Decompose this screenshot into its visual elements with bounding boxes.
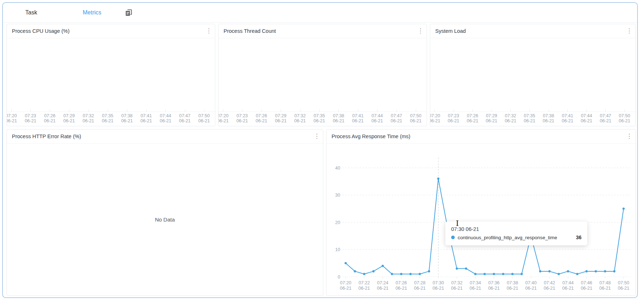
x-axis-tick-label: 07:2006-21 — [219, 113, 232, 123]
x-axis-tick — [319, 109, 320, 111]
empty-chart-area[interactable]: 07:2006-2107:2306-2107:2606-2107:2906-21… — [219, 38, 427, 126]
text-cursor-icon: I — [456, 220, 459, 227]
data-point[interactable] — [391, 273, 393, 275]
data-point[interactable] — [604, 270, 606, 272]
x-axis-tick-label: 07:4706-21 — [387, 113, 406, 123]
y-axis-tick-label: 30 — [335, 193, 340, 198]
data-point[interactable] — [548, 270, 550, 272]
x-axis-tick-label: 07:4706-21 — [596, 113, 615, 123]
x-axis-tick — [549, 109, 549, 111]
panel-menu-icon[interactable]: ⋮ — [625, 27, 633, 35]
data-point[interactable] — [484, 273, 486, 275]
tab-metrics[interactable]: Metrics — [83, 3, 101, 22]
panel-title: Process Thread Count — [224, 24, 276, 38]
x-axis-tick-label: 07:2206-21 — [358, 280, 370, 291]
x-axis-tick-label: 07:2906-21 — [60, 113, 78, 123]
y-axis-tick-label: 40 — [335, 166, 340, 171]
data-point[interactable] — [567, 270, 569, 272]
x-axis-tick-label: 07:3406-21 — [470, 280, 481, 291]
x-axis-tick — [223, 109, 223, 111]
data-point[interactable] — [539, 270, 541, 272]
tab-task[interactable]: Task — [25, 3, 37, 22]
x-axis-tick — [492, 109, 492, 111]
data-point[interactable] — [363, 273, 365, 275]
panel-system-load: System Load ⋮ 07:2006-2107:2306-2107:260… — [430, 24, 636, 126]
x-axis-tick — [127, 109, 127, 111]
data-point[interactable] — [576, 273, 578, 275]
data-point[interactable] — [493, 273, 495, 275]
data-point[interactable] — [400, 273, 402, 275]
x-axis-tick-label: 07:3806-21 — [539, 113, 558, 123]
x-axis-tick-label: 07:3806-21 — [329, 113, 348, 123]
tab-bar: Task Metrics — [3, 3, 637, 23]
data-point[interactable] — [409, 273, 411, 275]
data-point[interactable] — [558, 273, 560, 275]
x-axis-tick-label: 07:3006-21 — [433, 280, 444, 291]
data-point[interactable] — [345, 262, 347, 264]
x-axis-tick-label: 07:3806-21 — [117, 113, 136, 123]
panel-process-thread-count: Process Thread Count ⋮ 07:2006-2107:2306… — [218, 24, 427, 126]
x-axis-tick — [605, 109, 606, 111]
x-axis-tick-label: 07:4406-21 — [156, 113, 175, 123]
empty-chart-area[interactable]: 07:2006-2107:2306-2107:2606-2107:2906-21… — [7, 38, 215, 126]
data-point[interactable] — [474, 273, 476, 275]
x-axis-tick — [530, 109, 530, 111]
data-point[interactable] — [585, 270, 588, 272]
data-point[interactable] — [456, 267, 458, 270]
chart-tooltip: 07:30 06-21 continuous_profiling_http_av… — [445, 222, 587, 245]
data-point[interactable] — [502, 273, 504, 275]
x-axis-tick-label: 07:2606-21 — [463, 113, 482, 123]
dashboard-card: Task Metrics Process CPU Usage (%) ⋮ 07:… — [2, 2, 638, 298]
data-point[interactable] — [520, 273, 523, 275]
x-axis-tick — [472, 109, 473, 111]
data-point[interactable] — [372, 270, 375, 272]
data-point[interactable] — [511, 273, 514, 275]
data-point[interactable] — [354, 270, 356, 272]
panel-menu-icon[interactable]: ⋮ — [416, 27, 424, 35]
screen: Task Metrics Process CPU Usage (%) ⋮ 07:… — [0, 0, 644, 302]
data-point[interactable] — [465, 267, 467, 270]
x-axis-tick — [624, 109, 625, 111]
data-point[interactable] — [622, 207, 624, 210]
x-axis-tick — [358, 109, 358, 111]
data-point[interactable] — [613, 270, 615, 272]
empty-chart-area[interactable]: 07:2006-2107:2306-2107:2606-2107:2906-21… — [430, 38, 635, 126]
x-axis-tick-label: 07:2606-21 — [396, 280, 407, 291]
x-axis-tick — [510, 109, 511, 111]
x-axis-tick-label: 07:2606-21 — [40, 113, 59, 123]
panel-header: Process HTTP Error Rate (%) ⋮ — [7, 130, 323, 144]
panel-menu-icon[interactable]: ⋮ — [205, 27, 213, 35]
x-axis-tick — [567, 109, 568, 111]
x-axis-tick-label: 07:3506-21 — [520, 113, 539, 123]
x-axis-tick-label: 07:3606-21 — [488, 280, 500, 291]
panel-title: System Load — [435, 24, 466, 38]
x-axis-tick-label: 07:2806-21 — [414, 280, 425, 291]
x-axis-tick-label: 07:2306-21 — [233, 113, 251, 123]
x-axis-line — [430, 111, 635, 112]
x-axis-tick — [377, 109, 377, 111]
panel-title: Process HTTP Error Rate (%) — [12, 130, 81, 143]
data-point[interactable] — [437, 178, 439, 180]
copy-document-icon[interactable] — [124, 8, 133, 17]
panel-header: System Load ⋮ — [430, 24, 635, 38]
x-axis-tick-label: 07:4806-21 — [599, 280, 611, 291]
no-data-area: No Data — [7, 143, 323, 296]
x-axis-tick-label: 07:2906-21 — [482, 113, 501, 123]
x-axis-tick-label: 07:2006-21 — [430, 113, 444, 123]
x-axis-tick-label: 07:2406-21 — [377, 280, 389, 291]
x-axis-tick-label: 07:3506-21 — [98, 113, 117, 123]
x-axis-tick-label: 07:2006-21 — [7, 113, 21, 123]
data-point[interactable] — [382, 265, 384, 267]
x-axis-tick-label: 07:3206-21 — [451, 280, 463, 291]
data-point[interactable] — [428, 270, 430, 272]
y-axis-tick-label: 0 — [338, 275, 340, 280]
avg-response-time-chart[interactable]: 01020304007:2006-2107:2206-2107:2406-210… — [327, 130, 636, 296]
panel-menu-icon[interactable]: ⋮ — [313, 132, 321, 141]
x-axis-tick-label: 07:2306-21 — [21, 113, 40, 123]
x-axis-tick-label: 07:5006-21 — [615, 113, 634, 123]
y-axis-tick-label: 10 — [335, 247, 340, 252]
x-axis-tick-label: 07:4106-21 — [558, 113, 577, 123]
data-point[interactable] — [419, 273, 421, 275]
data-point[interactable] — [595, 270, 597, 272]
x-axis-tick-label: 07:2006-21 — [340, 280, 351, 291]
